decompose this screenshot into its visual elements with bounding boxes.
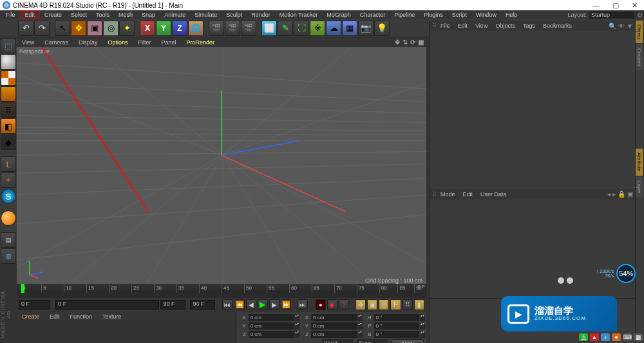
rot-b-input[interactable]: 0 ° bbox=[374, 331, 419, 338]
menu-plugins[interactable]: Plugins bbox=[419, 10, 448, 19]
om-menu-view[interactable]: View bbox=[471, 23, 491, 29]
autokey-button[interactable]: ◉ bbox=[327, 299, 337, 310]
key-pla-button[interactable]: ⠿ bbox=[402, 299, 413, 310]
viewport-canvas[interactable]: y z x bbox=[17, 47, 426, 285]
edge-mode-button[interactable]: ◧ bbox=[1, 118, 16, 134]
spin[interactable]: ▴▾ bbox=[294, 322, 299, 329]
menu-simulate[interactable]: Simulate bbox=[190, 10, 222, 19]
axis-gizmo[interactable]: y z x bbox=[26, 259, 45, 279]
range-end-input[interactable]: 90 F bbox=[160, 300, 185, 310]
tray-icon-4[interactable]: ● bbox=[612, 333, 621, 341]
am-menu-userdata[interactable]: User Data bbox=[477, 191, 511, 198]
object-manager-body[interactable] bbox=[430, 31, 635, 189]
render-view-button[interactable]: 🎬 bbox=[209, 21, 224, 36]
model-mode-button[interactable] bbox=[1, 54, 16, 70]
layout-dropdown[interactable]: Startup bbox=[589, 12, 634, 19]
rotate-tool[interactable]: ◎ bbox=[103, 21, 118, 36]
soft-selection-button[interactable] bbox=[1, 210, 16, 226]
am-nav-fwd-icon[interactable]: ▸ bbox=[612, 190, 616, 198]
undo-button[interactable]: ↶ bbox=[18, 21, 33, 36]
menu-select[interactable]: Select bbox=[66, 10, 91, 19]
view-menu-filter[interactable]: Filter bbox=[133, 39, 156, 46]
add-spline-button[interactable]: ✎ bbox=[278, 21, 293, 36]
play-button[interactable]: ▶ bbox=[258, 299, 268, 310]
pos-x-input[interactable]: 0 cm bbox=[249, 314, 294, 321]
menu-motiontracker[interactable]: Motion Tracker bbox=[275, 10, 323, 19]
menu-edit[interactable]: Edit bbox=[20, 10, 41, 19]
range-input[interactable]: 0 F bbox=[55, 300, 159, 310]
grip-icon[interactable]: ⠿ bbox=[432, 23, 437, 29]
menu-sculpt[interactable]: Sculpt bbox=[222, 10, 247, 19]
spin[interactable]: ▴▾ bbox=[294, 331, 299, 338]
am-new-icon[interactable]: ▣ bbox=[627, 190, 633, 198]
key-rot-button[interactable]: ◎ bbox=[379, 299, 389, 310]
add-primitive-button[interactable]: ⬜ bbox=[261, 21, 277, 36]
vtab-objects[interactable]: Object bbox=[636, 21, 643, 43]
add-scene-button[interactable]: ▦ bbox=[342, 21, 357, 36]
workplane-button[interactable] bbox=[1, 86, 16, 102]
menu-mesh[interactable]: Mesh bbox=[114, 10, 137, 19]
record-button[interactable]: ● bbox=[316, 299, 326, 310]
add-deformer-button[interactable]: ※ bbox=[310, 21, 325, 36]
om-eye-icon[interactable]: 👁 bbox=[618, 23, 625, 30]
texture-mode-button[interactable] bbox=[1, 70, 16, 86]
tray-icon-2[interactable]: ▲ bbox=[590, 333, 599, 341]
menu-pipeline[interactable]: Pipeline bbox=[390, 10, 419, 19]
view-menu-panel[interactable]: Panel bbox=[156, 39, 181, 46]
go-start-button[interactable]: ⏮ bbox=[222, 299, 232, 310]
spin[interactable]: ▴▾ bbox=[357, 314, 363, 321]
om-filter-icon[interactable]: ▼ bbox=[627, 23, 633, 30]
vtab-attributes[interactable]: Attribute bbox=[636, 149, 643, 176]
om-menu-tags[interactable]: Tags bbox=[519, 23, 539, 29]
timeline-scrub[interactable] bbox=[17, 293, 426, 298]
am-menu-mode[interactable]: Mode bbox=[437, 191, 459, 198]
size-z-input[interactable]: 0 cm bbox=[311, 331, 356, 338]
end-frame-input[interactable]: 90 F bbox=[190, 300, 214, 310]
am-lock-icon[interactable]: 🔒 bbox=[618, 190, 625, 198]
point-mode-button[interactable]: ⠿ bbox=[1, 102, 16, 118]
live-select-tool[interactable]: ↖ bbox=[55, 21, 70, 36]
tray-icon-3[interactable]: ♪ bbox=[601, 333, 610, 341]
prev-frame-button[interactable]: ◀ bbox=[246, 299, 256, 310]
go-end-button[interactable]: ⏭ bbox=[298, 299, 308, 310]
tray-icon-1[interactable]: 五 bbox=[579, 333, 588, 341]
spin[interactable]: ▴▾ bbox=[357, 322, 363, 329]
add-generator-button[interactable]: ⛶ bbox=[294, 21, 309, 36]
next-frame-button[interactable]: ▶ bbox=[269, 299, 279, 310]
tray-icon-6[interactable]: ▦ bbox=[634, 333, 643, 341]
om-menu-bookmarks[interactable]: Bookmarks bbox=[539, 23, 576, 29]
vtab-content[interactable]: Content bbox=[636, 44, 643, 70]
menu-snap[interactable]: Snap bbox=[137, 10, 160, 19]
menu-character[interactable]: Character bbox=[355, 10, 390, 19]
keysel-button[interactable]: ? bbox=[339, 299, 349, 310]
scale-tool[interactable]: ▣ bbox=[87, 21, 102, 36]
coord-space-dropdown[interactable]: World bbox=[322, 339, 353, 343]
viewport-maximize-icon[interactable]: ▦ bbox=[418, 39, 424, 46]
coord-system-toggle[interactable]: 🌐 bbox=[188, 21, 204, 36]
size-y-input[interactable]: 0 cm bbox=[311, 322, 356, 329]
mat-menu-create[interactable]: Create bbox=[17, 313, 44, 320]
start-frame-input[interactable]: 0 F bbox=[19, 300, 50, 310]
viewport-pan-icon[interactable]: ✥ bbox=[395, 39, 400, 46]
z-axis-lock[interactable]: Z bbox=[172, 21, 187, 36]
mat-menu-texture[interactable]: Texture bbox=[97, 313, 127, 320]
close-button[interactable]: ✕ bbox=[632, 1, 638, 10]
menu-mograph[interactable]: MoGraph bbox=[322, 10, 355, 19]
spin[interactable]: ▴▾ bbox=[294, 314, 299, 321]
viewport-solo-button[interactable]: ▤ bbox=[1, 232, 16, 248]
timeline-marker-button[interactable]: ▮ bbox=[414, 299, 424, 310]
layout-config-icon[interactable]: ⚙ bbox=[637, 12, 643, 19]
menu-tools[interactable]: Tools bbox=[91, 10, 114, 19]
tray-icon-5[interactable]: ⌨ bbox=[623, 333, 632, 341]
pos-y-input[interactable]: 0 cm bbox=[249, 322, 294, 329]
apply-button[interactable]: Apply bbox=[392, 339, 424, 343]
om-search-icon[interactable]: 🔍 bbox=[609, 23, 616, 30]
material-grid[interactable] bbox=[17, 321, 236, 343]
pos-z-input[interactable]: 0 cm bbox=[249, 331, 294, 338]
viewport-dolly-icon[interactable]: ⇅ bbox=[402, 39, 408, 46]
om-menu-edit[interactable]: Edit bbox=[454, 23, 472, 29]
mat-menu-edit[interactable]: Edit bbox=[44, 313, 65, 320]
menu-create[interactable]: Create bbox=[40, 10, 66, 19]
minimize-button[interactable]: — bbox=[592, 1, 600, 10]
make-editable-button[interactable]: ⬚ bbox=[1, 38, 16, 53]
